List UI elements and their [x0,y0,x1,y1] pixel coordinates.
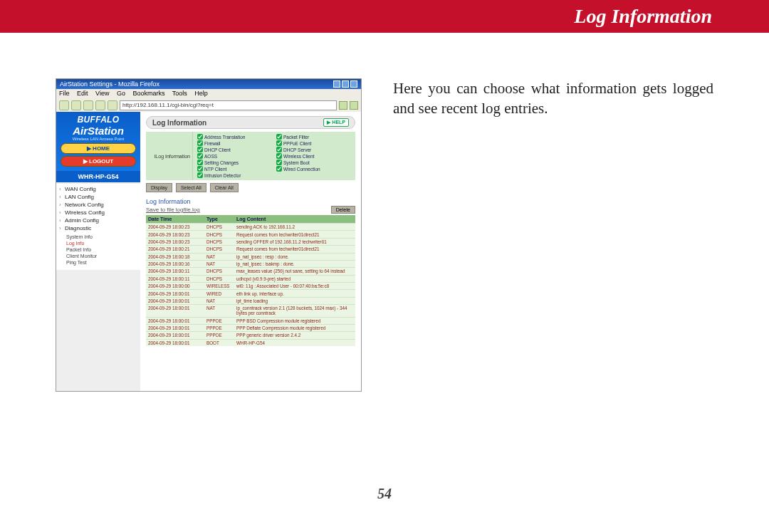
reload-icon[interactable] [83,100,93,110]
menu-edit[interactable]: Edit [77,90,88,97]
minimize-icon[interactable] [333,80,340,88]
nav-item[interactable]: ›Network Config [56,201,140,209]
nav-subitem[interactable]: Client Monitor [66,253,140,259]
nav-subitem[interactable]: Ping Test [66,259,140,266]
go-icon[interactable] [339,101,347,110]
brand-airstation: AirStation [56,125,140,137]
nav-item[interactable]: ›Diagnostic [56,224,140,232]
log-row: 2004-09-29 18:00:16 NAT ip_nat_ipsec : i… [146,260,355,267]
delete-button[interactable]: Delete [331,206,355,214]
close-icon[interactable] [350,80,357,88]
select-all-button[interactable]: Select All [176,183,206,192]
log-row: 2004-09-29 18:00:11 DHCPS max_leases val… [146,267,355,274]
cell-content: ip_conntrack version 2.1 (128 buckets, 1… [234,305,355,316]
home-button[interactable]: ▶ HOME [61,143,136,154]
menu-go[interactable]: Go [117,90,125,97]
help-button[interactable]: ▶ HELP [323,118,349,127]
filter-checkbox[interactable]: System Boot [276,160,351,165]
brand-sub: Wireless LAN Access Point [56,137,140,141]
log-section-title: Log Information [146,198,355,205]
checkbox-icon[interactable] [276,166,282,172]
nav-item[interactable]: ›Admin Config [56,217,140,224]
checkbox-icon[interactable] [197,153,203,159]
log-row: 2004-09-29 18:00:01 WIRED eth link up. i… [146,289,355,296]
filter-checkbox[interactable]: DHCP Client [197,147,272,152]
checkbox-icon[interactable] [197,134,203,140]
log-filter-label: iLog Information [146,132,193,180]
filter-checkbox[interactable]: Firewall [197,140,272,146]
cell-datetime: 2004-09-29 18:00:01 [146,318,204,324]
log-row: 2004-09-29 18:00:23 DHCPS Request comes … [146,230,355,237]
log-row: 2004-09-29 18:00:01 NAT ipt_time loading [146,297,355,304]
cell-type: PPPOE [204,332,234,338]
cell-type: DHCPS [204,224,234,230]
cell-content: ipt_time loading [234,298,355,304]
filter-checkbox[interactable]: Wired Connection [276,166,351,172]
log-row: 2004-09-29 18:00:23 DHCPS sending ACK to… [146,223,355,230]
cell-content: WHR-HP-G54 [234,340,355,346]
checkbox-icon[interactable] [276,153,282,159]
brand-buffalo: BUFFALO [56,115,140,125]
menu-bookmarks[interactable]: Bookmarks [132,90,164,97]
checkbox-icon[interactable] [197,166,203,172]
browser-toolbar: http://192.168.11.1/cgi-bin/cgi?req=t [56,99,361,112]
checkbox-icon[interactable] [197,172,203,178]
checkbox-icon[interactable] [197,147,203,152]
cell-type: DHCPS [204,268,234,274]
logout-button[interactable]: ▶ LOGOUT [61,156,136,167]
filter-checkbox[interactable]: DHCP Server [276,147,351,152]
cell-datetime: 2004-09-29 18:00:23 [146,239,204,245]
filter-checkbox[interactable]: Address Translation [197,134,272,140]
filter-buttons: Display Select All Clear All [146,183,355,192]
menu-view[interactable]: View [95,90,109,97]
log-table-header: Date Time Type Log Content [146,215,355,223]
home-icon[interactable] [108,100,117,110]
filter-checkbox[interactable]: PPPoE Client [276,140,351,146]
filter-checkbox[interactable]: Wireless Client [276,153,351,159]
filter-checkbox[interactable]: Packet Filter [276,134,351,140]
menu-file[interactable]: File [59,90,70,97]
url-bar[interactable]: http://192.168.11.1/cgi-bin/cgi?req=t [120,100,337,110]
filter-checkbox[interactable]: Setting Changes [197,160,272,165]
col-datetime: Date Time [146,215,204,223]
cell-content: Request comes from techwriter01direct21 [234,231,355,237]
filter-checkbox[interactable]: Intrusion Detector [197,172,272,178]
nav-subitem[interactable]: Packet Info [66,246,140,253]
clear-all-button[interactable]: Clear All [210,183,239,192]
checkbox-icon[interactable] [276,140,282,146]
cell-content: sending ACK to 192.168.11.2 [234,224,355,230]
checkbox-icon[interactable] [276,134,282,140]
cell-type: DHCPS [204,231,234,237]
panel-title: Log Information [152,119,206,127]
menu-help[interactable]: Help [194,90,208,97]
filter-checkbox[interactable]: NTP Client [197,166,272,172]
filter-checkbox[interactable]: AOSS [197,153,272,159]
forward-icon[interactable] [71,100,81,110]
checkbox-icon[interactable] [197,160,203,165]
bookmark-icon[interactable] [350,101,358,110]
log-row: 2004-09-29 18:00:18 NAT ip_nat_ipsec : r… [146,253,355,260]
stop-icon[interactable] [95,100,105,110]
display-button[interactable]: Display [146,183,172,192]
cell-type: DHCPS [204,246,234,252]
checkbox-icon[interactable] [276,147,282,152]
cell-content: PPP generic driver version 2.4.2 [234,332,355,338]
cell-type: NAT [204,254,234,260]
save-log-link[interactable]: Save to file logfile.log [146,207,200,213]
brand-block: BUFFALO AirStation Wireless LAN Access P… [56,112,140,171]
page-number: 54 [0,486,769,502]
panel-title-bar: Log Information ▶ HELP [146,116,355,129]
checkbox-icon[interactable] [197,140,203,146]
nav-item[interactable]: ›WAN Config [56,185,140,193]
nav-item[interactable]: ›Wireless Config [56,209,140,217]
maximize-icon[interactable] [342,80,349,88]
browser-menubar: File Edit View Go Bookmarks Tools Help [56,89,361,99]
cell-type: DHCPS [204,239,234,245]
back-icon[interactable] [59,100,69,110]
checkbox-icon[interactable] [276,160,282,165]
nav-item[interactable]: ›LAN Config [56,193,140,201]
nav-subitem[interactable]: System Info [66,234,140,240]
menu-tools[interactable]: Tools [172,90,187,97]
cell-datetime: 2004-09-29 18:00:11 [146,276,204,282]
nav-subitem[interactable]: Log Info [66,240,140,246]
